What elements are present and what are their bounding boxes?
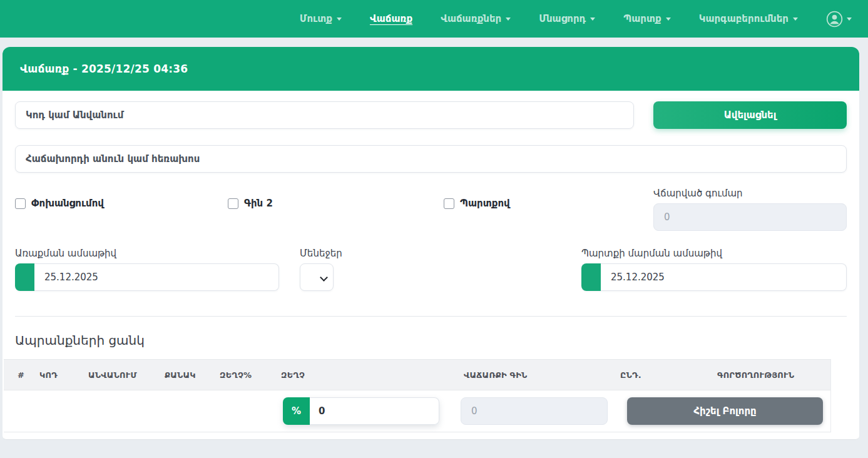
- col-index: #: [4, 370, 36, 380]
- manager-label: Մենեջեր: [300, 248, 334, 259]
- chevron-down-icon: [590, 18, 595, 21]
- manager-select[interactable]: [300, 263, 334, 291]
- checkbox-group: Փոխանցումով Գին 2 Պարտքով: [15, 198, 510, 209]
- sale-price-input: [461, 397, 608, 425]
- add-button[interactable]: Ավելացնել: [653, 101, 847, 129]
- col-action: ԳՈՐԾՈՂՈՒԹՅՈՒՆ: [714, 370, 830, 380]
- products-table: # ԿՈԴ ԱՆՎԱՆՈՒՄ ՔԱՆԱԿ ԶԵՂՉ% ԶԵՂՉ ՎԱՃԱՌՔԻ …: [4, 359, 831, 432]
- panel-header: Վաճառք - 2025/12/25 04:36: [3, 47, 859, 91]
- col-name: ԱՆՎԱՆՈՒՄ: [85, 370, 161, 380]
- checkbox-label: Փոխանցումով: [31, 198, 104, 209]
- nav-item-label: Պարտք: [623, 13, 661, 24]
- debt-due-date-label: Պարտքի մարման ամսաթիվ: [581, 248, 847, 259]
- sale-price-cell: [461, 397, 617, 425]
- page-title: Վաճառք - 2025/12/25 04:36: [20, 63, 188, 75]
- col-quantity: ՔԱՆԱԿ: [161, 370, 217, 380]
- paid-amount-field: Վճարված գումար: [653, 188, 847, 231]
- sale-panel: Վաճառք - 2025/12/25 04:36 Ավելացնել Փոխա…: [3, 47, 859, 440]
- checkbox-on-debt[interactable]: Պարտքով: [444, 198, 510, 209]
- delivery-date-input[interactable]: [34, 263, 279, 291]
- nav-item-stock[interactable]: Մնացորդ: [539, 13, 595, 24]
- nav-item-sales[interactable]: Վաճառքներ: [441, 13, 511, 24]
- user-avatar-icon: [826, 11, 843, 28]
- paid-amount-label: Վճարված գումար: [653, 188, 847, 199]
- col-sale-price: ՎԱՃԱՌՔԻ ԳԻՆ: [461, 370, 617, 380]
- checkbox-label: Պարտքով: [460, 198, 510, 209]
- sale-form: Ավելացնել Փոխանցումով Գին 2 Պարտքով: [3, 101, 859, 348]
- calendar-addon-button[interactable]: [581, 263, 601, 291]
- transfer-checkbox[interactable]: [15, 198, 26, 209]
- chevron-down-icon: [847, 18, 852, 21]
- top-navbar: Մուտք Վաճառք Վաճառքներ Մնացորդ Պարտք Կար…: [0, 0, 868, 38]
- table-footer-row: % Հիշել Բոլորը: [4, 390, 830, 432]
- nav-item-label: Մուտք: [300, 13, 332, 24]
- col-code: ԿՈԴ: [36, 370, 85, 380]
- chevron-down-icon: [337, 18, 342, 21]
- nav-item-label: Կարգաբերումներ: [699, 13, 789, 24]
- debt-due-date-field: Պարտքի մարման ամսաթիվ: [581, 248, 847, 291]
- checkbox-transfer[interactable]: Փոխանցումով: [15, 198, 228, 209]
- discount-cell: %: [278, 397, 461, 425]
- percent-addon: %: [283, 397, 310, 425]
- checkbox-label: Գին 2: [244, 198, 273, 209]
- chevron-down-icon: [666, 18, 671, 21]
- delivery-date-label: Առաքման ամսաթիվ: [15, 248, 279, 259]
- products-section-title: Ապրանքների ցանկ: [15, 333, 847, 348]
- delivery-date-field: Առաքման ամսաթիվ: [15, 248, 279, 291]
- user-menu[interactable]: [826, 11, 852, 28]
- price2-checkbox[interactable]: [228, 198, 238, 209]
- checkbox-price2[interactable]: Գին 2: [228, 198, 444, 209]
- manager-field: Մենեջեր: [300, 248, 334, 291]
- nav-item-label: Վաճառքներ: [441, 13, 501, 24]
- section-divider: [15, 316, 847, 317]
- nav-item-label: Վաճառք: [370, 13, 412, 24]
- debt-due-date-input[interactable]: [601, 263, 847, 291]
- paid-amount-input: [653, 203, 847, 231]
- col-discount-pct: ԶԵՂՉ%: [217, 370, 278, 380]
- col-discount: ԶԵՂՉ: [278, 370, 461, 380]
- nav-item-settings[interactable]: Կարգաբերումներ: [699, 13, 798, 24]
- chevron-down-icon: [793, 18, 798, 21]
- save-all-button[interactable]: Հիշել Բոլորը: [627, 397, 823, 425]
- customer-search-input[interactable]: [15, 145, 847, 173]
- nav-item-login[interactable]: Մուտք: [300, 13, 342, 24]
- product-code-input[interactable]: [15, 101, 634, 129]
- chevron-down-icon: [506, 18, 511, 21]
- calendar-addon-button[interactable]: [15, 263, 34, 291]
- nav-item-debt[interactable]: Պարտք: [623, 13, 670, 24]
- col-total: ԸՆԴ.: [617, 370, 714, 380]
- nav-item-sale[interactable]: Վաճառք: [370, 13, 412, 24]
- table-header-row: # ԿՈԴ ԱՆՎԱՆՈՒՄ ՔԱՆԱԿ ԶԵՂՉ% ԶԵՂՉ ՎԱՃԱՌՔԻ …: [4, 359, 830, 390]
- nav-item-label: Մնացորդ: [539, 13, 586, 24]
- action-cell: Հիշել Բոլորը: [617, 397, 830, 425]
- discount-input[interactable]: [310, 397, 439, 425]
- on-debt-checkbox[interactable]: [444, 198, 454, 209]
